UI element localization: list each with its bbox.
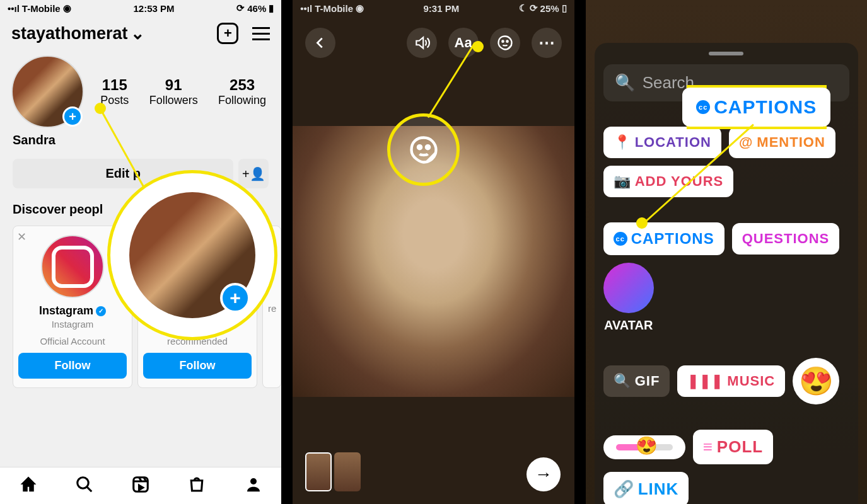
battery-icon: ▮ [269,3,274,14]
search-input[interactable]: 🔍Search [603,64,849,101]
search-icon: 🔍 [614,373,631,389]
drag-handle[interactable] [709,52,743,55]
status-bar: ••ıl T-Mobile ◉ 9:31 PM ☾ ⟳ 25% ▯ [293,0,574,16]
svg-point-0 [78,478,89,489]
thumbnail[interactable] [334,452,361,491]
profile-icon[interactable] [244,475,263,496]
display-name: Sandra [0,133,281,147]
dnd-icon: ☾ [519,3,527,14]
svg-point-2 [250,478,257,484]
carrier: T-Mobile [22,3,61,14]
status-bar: ••ıl T-Mobile ◉ 12:53 PM ⟳ 46% ▮ [0,0,281,16]
username-text: stayathomerat [11,24,128,43]
search-placeholder: Search [643,73,694,93]
story-editor-screen: ••ıl T-Mobile ◉ 9:31 PM ☾ ⟳ 25% ▯ Aa ⋯ → [293,0,574,504]
clock: 9:31 PM [423,3,459,14]
battery-icon: ▯ [562,3,567,14]
followers-stat[interactable]: 91Followers [149,76,198,107]
chevron-down-icon: ⌄ [131,23,145,43]
discover-people-button[interactable]: +👤 [238,159,269,188]
thumbnail[interactable] [305,452,332,491]
follow-button[interactable]: Follow [18,353,127,379]
captions-sticker[interactable]: ccCAPTIONS [603,222,724,255]
svg-point-3 [502,41,503,42]
avatar-sticker[interactable]: AVATAR [603,263,654,333]
equalizer-icon: ❚❚❚ [687,373,723,389]
create-button[interactable]: + [217,23,238,44]
add-story-icon[interactable]: + [62,106,83,127]
pin-icon: 📍 [614,134,631,151]
poll-sticker[interactable]: ≡POLL [693,430,774,464]
camera-icon: 📷 [614,173,631,190]
following-stat[interactable]: 253Following [218,76,266,107]
avatar-icon [603,263,654,313]
close-icon[interactable]: ✕ [17,230,26,244]
svg-point-4 [506,41,508,42]
verified-icon: ✓ [96,306,106,316]
card-name: Instagram [39,304,93,318]
menu-button[interactable] [252,27,270,40]
more-button[interactable]: ⋯ [532,28,562,58]
sticker-sheet: 🔍Search 📍LOCATION @MENTION 📷ADD YOURS cc… [595,43,858,504]
instagram-logo-icon [41,235,104,298]
rotation-lock-icon: ⟳ [530,3,538,14]
carrier: T-Mobile [315,3,353,14]
signal-icon: ••ıl [300,3,312,14]
questions-sticker[interactable]: QUESTIONS [732,223,840,255]
profile-avatar[interactable]: + [11,55,84,128]
at-icon: @ [739,134,753,151]
slider-sticker[interactable] [603,435,685,459]
signal-icon: ••ıl [8,3,20,14]
home-icon[interactable] [19,475,38,496]
gif-sticker[interactable]: 🔍GIF [603,365,670,397]
username-dropdown[interactable]: stayathomerat⌄ [11,23,145,43]
music-sticker[interactable]: ❚❚❚MUSIC [677,365,785,397]
search-icon[interactable] [75,475,94,496]
battery-pct: 46% [247,3,266,14]
shop-icon[interactable] [187,475,206,496]
battery-pct: 25% [540,3,559,14]
wifi-icon: ◉ [356,3,364,14]
story-media[interactable] [293,126,574,397]
clock: 12:53 PM [133,3,174,14]
rotation-lock-icon: ⟳ [236,3,245,14]
highlight-avatar-zoom: + [107,170,277,340]
list-icon: ≡ [703,437,713,457]
sticker-tray-screen: 🔍Search 📍LOCATION @MENTION 📷ADD YOURS cc… [586,0,867,504]
reels-icon[interactable] [131,475,150,496]
search-icon: 🔍 [615,73,635,93]
emoji-sticker[interactable]: 😍 [793,358,839,404]
profile-header: stayathomerat⌄ + [0,16,281,50]
add-story-zoom-icon: + [220,283,250,313]
bottom-nav [0,467,281,504]
mention-sticker[interactable]: @MENTION [729,127,835,158]
link-sticker[interactable]: 🔗LINK [603,472,689,504]
media-thumbnails [305,452,361,491]
follow-button[interactable]: Follow [143,353,252,379]
wifi-icon: ◉ [63,3,71,14]
sticker-button[interactable] [490,28,520,58]
audio-button[interactable] [407,28,437,58]
cc-icon: cc [614,232,627,246]
back-button[interactable] [305,28,335,58]
link-icon: 🔗 [614,479,634,499]
text-button[interactable]: Aa [448,28,479,58]
location-sticker[interactable]: 📍LOCATION [603,127,721,158]
addyours-sticker[interactable]: 📷ADD YOURS [603,166,734,197]
profile-screen: ••ıl T-Mobile ◉ 12:53 PM ⟳ 46% ▮ stayath… [0,0,281,504]
next-button[interactable]: → [527,457,561,491]
posts-stat[interactable]: 115Posts [100,76,129,107]
